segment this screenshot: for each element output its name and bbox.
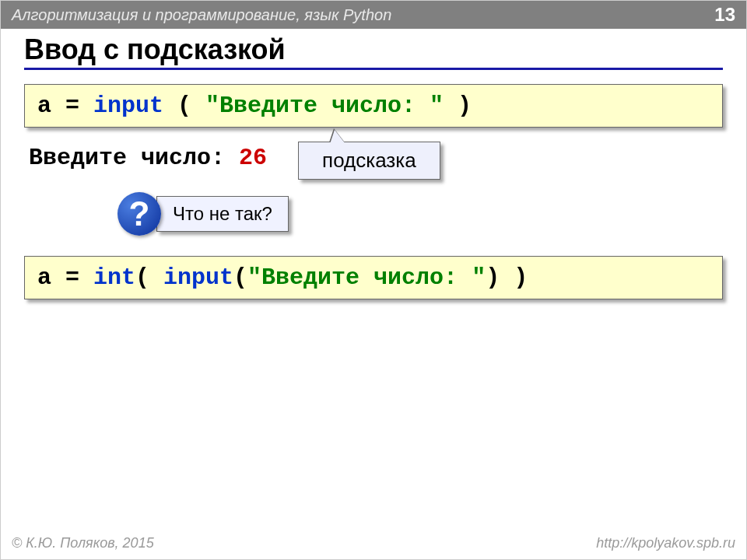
page-number: 13 (714, 4, 735, 26)
footer-url: http://kpolyakov.spb.ru (596, 535, 735, 551)
code-text: ( (135, 264, 163, 291)
question-mark-icon: ? (117, 192, 161, 236)
slide-title: Ввод с подсказкой (24, 33, 723, 70)
code-text: ) (444, 93, 472, 119)
header-bar: Алгоритмизация и программирование, язык … (1, 1, 746, 29)
code-block-2: a = int( input("Введите число: ") ) (24, 256, 723, 299)
code-keyword-input: input (163, 264, 233, 291)
example-prompt: Введите число: (29, 145, 239, 171)
code-block-1: a = input ( "Введите число: " ) (24, 84, 723, 128)
code-string: "Введите число: " (247, 264, 486, 291)
footer-copyright: © К.Ю. Поляков, 2015 (12, 535, 154, 551)
code-keyword-int: int (93, 264, 135, 291)
footer-bar: © К.Ю. Поляков, 2015 http://kpolyakov.sp… (1, 529, 746, 559)
slide-content: Ввод с подсказкой a = input ( "Введите ч… (1, 29, 746, 529)
question-box: Что не так? (156, 196, 289, 232)
course-title: Алгоритмизация и программирование, язык … (12, 6, 391, 24)
code-text: ( (163, 93, 205, 119)
code-text: ( (233, 264, 247, 291)
hint-label: подсказка (322, 149, 416, 172)
code-text: ) ) (486, 264, 528, 291)
example-output: Введите число: 26 (24, 145, 267, 171)
code-string: "Введите число: " (205, 93, 444, 119)
hint-callout: подсказка (298, 142, 440, 180)
code-text: a = (37, 93, 93, 119)
code-text: a = (37, 264, 93, 291)
example-row: Введите число: 26 подсказка (24, 145, 723, 180)
question-row: ? Что не так? (117, 192, 723, 236)
code-keyword-input: input (93, 93, 163, 119)
example-value: 26 (239, 145, 267, 171)
question-text: Что не так? (173, 203, 272, 224)
